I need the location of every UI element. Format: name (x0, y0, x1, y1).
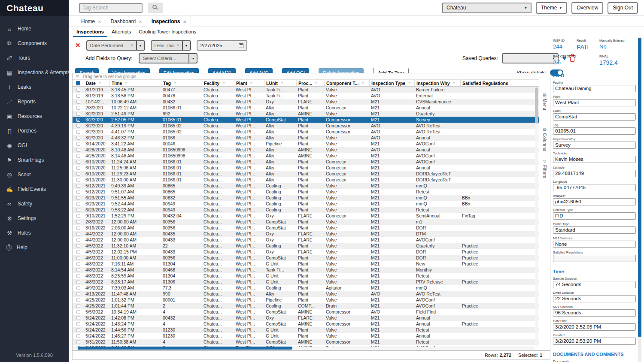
row-checkbox[interactable] (76, 148, 80, 152)
row-checkbox[interactable] (76, 256, 80, 260)
table-row[interactable]: 3/2/2020 4:39:19 PM 01065.02 Chatea... W… (73, 123, 539, 129)
calendar-icon[interactable] (239, 43, 243, 48)
row-checkbox[interactable] (76, 280, 80, 284)
table-row[interactable]: 6/10/2020 11:25:06 AM 01066.01 Chatea...… (73, 165, 539, 171)
column-header[interactable]: Facility (202, 80, 234, 86)
column-header[interactable]: Component T... (324, 80, 369, 86)
sidebar-item[interactable]: ☍ Tours (0, 51, 69, 65)
detail-field-value[interactable]: phx42-6050 (553, 198, 636, 205)
horizontal-scroll-thumb[interactable] (78, 347, 292, 350)
sidebar-item[interactable]: ⚑ SmartFlags (0, 153, 69, 167)
table-row[interactable]: 5/12/2021 9:49:39 AM 00865 Chatea... Wes… (73, 183, 539, 189)
table-row[interactable]: 4/5/2022 11:32:10 AM 22 Chatea... West P… (73, 243, 539, 249)
side-tab[interactable]: ▤ Menu (539, 93, 550, 110)
column-menu-icon[interactable] (408, 81, 411, 85)
theme-button[interactable]: Theme▼ (536, 2, 567, 14)
row-checkbox[interactable] (76, 268, 80, 272)
sidebar-item[interactable]: ∞ Safety (0, 196, 69, 211)
table-row[interactable]: 10/14/2... 10:06:49 AM 00432 Chatea... W… (73, 99, 539, 105)
row-checkbox[interactable] (76, 262, 80, 266)
column-menu-icon[interactable] (281, 81, 283, 85)
window-tab[interactable]: Dashboard (106, 16, 147, 27)
row-checkbox[interactable] (76, 202, 80, 206)
table-row[interactable]: 4/13/2022 11:47:48 AM 990 Chatea... West… (73, 291, 539, 297)
row-checkbox[interactable] (76, 232, 80, 236)
vertical-scroll-thumb[interactable] (535, 87, 538, 124)
column-menu-icon[interactable] (222, 81, 225, 85)
row-checkbox[interactable] (76, 322, 80, 326)
row-checkbox[interactable] (76, 328, 80, 332)
table-row[interactable]: 6/10/2020 11:29:23 AM 01066.01 Chatea...… (73, 171, 539, 177)
column-header[interactable]: Inspection Type (369, 80, 414, 86)
table-row[interactable]: 5/24/2022 1:42:08 PM 00432 Chatea... Wes… (73, 315, 539, 321)
filter-field-select[interactable]: Date Performed ✕ ▼ (86, 40, 145, 51)
column-header[interactable]: Time (109, 80, 161, 86)
table-row[interactable]: 4/8/2022 8:14:54 AM 00468 Chatea... West… (73, 267, 539, 273)
column-menu-icon[interactable] (99, 81, 101, 85)
table-row[interactable]: 4/8/2022 8:25:59 AM 01304 Chatea... West… (73, 273, 539, 279)
row-checkbox[interactable] (76, 100, 80, 104)
row-checkbox[interactable] (76, 244, 80, 248)
row-checkbox[interactable] (76, 340, 80, 344)
table-row[interactable]: 6/10/2020 11:24:24 AM 01066.01 Chatea...… (73, 159, 539, 165)
row-checkbox[interactable] (76, 136, 80, 140)
row-checkbox[interactable] (76, 226, 80, 230)
tab-close-icon[interactable] (183, 18, 187, 24)
row-checkbox[interactable] (76, 142, 80, 146)
detail-field-value[interactable]: 3/2/2020 2:53:20 PM (553, 338, 636, 345)
chevron-down-icon[interactable]: ▼ (188, 54, 197, 63)
table-row[interactable]: 5/31/2022 11:50:38 AM 4 Chatea... West P… (73, 339, 539, 345)
detail-field-value[interactable]: Kevin Moses (553, 156, 636, 163)
column-menu-icon[interactable] (174, 81, 176, 85)
window-tab[interactable]: Home (76, 16, 106, 27)
row-checkbox[interactable] (76, 118, 80, 122)
table-row[interactable]: 3/2/2020 2:52:05 PM 01065.01 Chatea... W… (73, 117, 539, 123)
table-row[interactable]: 6/23/2021 9:51:55 AM 00832 Chatea... Wes… (73, 195, 539, 201)
select-all-checkbox[interactable] (76, 81, 80, 85)
table-row[interactable]: 6/23/2021 9:52:44 AM 00949 Chatea... Wes… (73, 201, 539, 207)
table-row[interactable]: 4/25/2022 1:01:32 PM 00001 Chatea... Wes… (73, 297, 539, 303)
sidebar-item[interactable]: ∏ Porches (0, 124, 69, 138)
overview-button[interactable]: Overview (571, 2, 603, 14)
table-row[interactable]: 5/24/2022 1:44:56 PM 01230 Chatea... Wes… (73, 327, 539, 333)
table-row[interactable]: 5/12/2021 9:51:07 AM 00865 Chatea... Wes… (73, 189, 539, 195)
column-menu-icon[interactable] (315, 81, 318, 85)
row-checkbox[interactable] (76, 172, 80, 176)
sidebar-item[interactable]: ▣ Resources (0, 109, 69, 124)
row-checkbox[interactable] (76, 112, 80, 116)
row-checkbox[interactable] (76, 154, 80, 158)
detail-field-value[interactable]: 29.48817149 (553, 170, 636, 177)
row-checkbox[interactable] (76, 196, 80, 200)
detail-field-value[interactable]: -95.04777045 (553, 184, 636, 191)
window-tab[interactable]: Inspections (147, 16, 191, 27)
remove-filter-icon[interactable]: ✕ (75, 42, 81, 49)
table-row[interactable]: 4/8/2022 7:16:11 AM 01304 Chatea... West… (73, 261, 539, 267)
tag-search-input[interactable] (79, 3, 143, 13)
detail-field-value[interactable]: 01065.01 (553, 127, 636, 135)
table-row[interactable]: 3/2/2020 2:51:49 PM 992 Chatea... West P… (73, 111, 539, 117)
row-checkbox[interactable] (76, 316, 80, 320)
column-header[interactable]: Tag (161, 80, 202, 86)
row-checkbox[interactable] (76, 208, 80, 212)
column-menu-icon[interactable] (250, 81, 253, 85)
detail-field-value[interactable]: 3/2/2020 2:52:05 PM (553, 323, 636, 331)
column-header[interactable]: Plant (234, 80, 264, 86)
column-header[interactable]: Proc... (296, 80, 324, 86)
chevron-down-icon[interactable]: ▼ (182, 41, 190, 50)
side-tab[interactable]: ▽ Filters (539, 159, 550, 178)
row-checkbox[interactable] (76, 94, 80, 98)
side-tab[interactable]: ▥ Columns (539, 127, 550, 151)
detail-field-value[interactable]: West Plant (553, 99, 636, 106)
detail-field-value[interactable] (553, 255, 636, 262)
row-checkbox[interactable] (76, 250, 80, 254)
column-header[interactable]: Date (84, 80, 109, 86)
table-row[interactable]: 4/28/2020 8:14:48 AM 010650998 Chatea...… (73, 153, 539, 159)
row-checkbox[interactable] (76, 160, 80, 164)
sidebar-item[interactable]: ? Help (0, 240, 69, 255)
table-row[interactable]: 4/4/2022 12:00:00 AM 00433 Chatea... Wes… (73, 237, 539, 243)
filter-date-input[interactable]: 2/27/2025 (197, 40, 247, 51)
table-row[interactable]: 4/8/2022 8:28:17 AM 01306 Chatea... West… (73, 279, 539, 285)
table-row[interactable]: 4/9/2022 7:39:03 AM 77.3 Chatea... West … (73, 285, 539, 291)
column-menu-icon[interactable] (453, 81, 456, 85)
row-checkbox[interactable] (76, 190, 80, 194)
